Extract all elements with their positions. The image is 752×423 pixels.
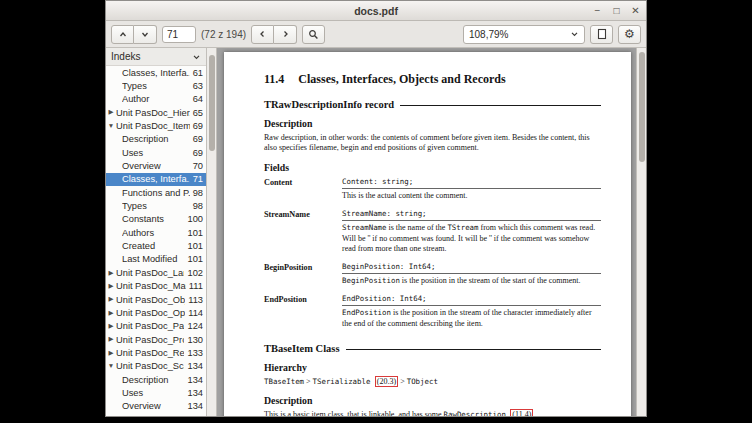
sidebar-item-label: Functions and P... [122, 188, 190, 198]
sidebar-item[interactable]: Types98 [106, 199, 206, 212]
sidebar-item-label: Unit PasDoc_Sca... [116, 361, 184, 371]
zoom-value: 108,79% [469, 29, 570, 40]
member-name: StreamName [264, 209, 342, 257]
sidebar-item[interactable]: Created101 [106, 239, 206, 252]
sidebar-item[interactable]: Overview134 [106, 400, 206, 413]
sidebar-item[interactable]: Constants100 [106, 213, 206, 226]
sidebar-item-page: 124 [187, 321, 203, 331]
text-segment: is the position in the stream of the sta… [400, 276, 581, 285]
sidebar-item-page: 113 [188, 295, 203, 305]
expander-collapsed-icon[interactable]: ▶ [106, 336, 116, 343]
identifier-text: StreamName [342, 223, 387, 232]
close-icon[interactable]: ✕ [629, 4, 642, 17]
expander-collapsed-icon[interactable]: ▶ [106, 270, 116, 277]
expander-collapsed-icon[interactable]: ▶ [106, 296, 116, 303]
document-view[interactable]: 11.4Classes, Interfaces, Objects and Rec… [217, 48, 636, 416]
sidebar-item-page: 102 [187, 268, 203, 278]
member-row: EndPositionEndPosition: Int64;EndPositio… [264, 294, 601, 331]
sidebar-item[interactable]: Classes, Interfa...71 [106, 173, 206, 186]
sidebar-item[interactable]: Types63 [106, 79, 206, 92]
chevron-up-icon [118, 30, 128, 39]
sidebar-item-label: Classes, Interfa... [122, 174, 190, 184]
declaration-line: BeginPosition: Int64; [342, 262, 601, 272]
member-name: EndPosition [264, 294, 342, 331]
sidebar-item[interactable]: ▶Unit PasDoc_Lan...102 [106, 266, 206, 279]
sidebar: Indeks Classes, Interfa...61Types63Autho… [106, 48, 207, 416]
member-paragraph: EndPosition is the position in the strea… [342, 308, 601, 329]
sidebar-item[interactable]: Overview70 [106, 159, 206, 172]
expander-expanded-icon[interactable]: ▼ [106, 363, 116, 370]
sidebar-item-page: 63 [193, 81, 203, 91]
sidebar-item-page: 69 [193, 148, 203, 158]
sidebar-scrollbar-thumb[interactable] [209, 55, 215, 151]
menu-button[interactable]: ⚙ [618, 25, 641, 44]
sidebar-item-label: Types [122, 81, 190, 91]
expander-expanded-icon[interactable]: ▼ [106, 123, 116, 130]
pdf-viewer-window: docs.pdf − □ ✕ (72 z 194) [105, 0, 647, 417]
cross-ref-link[interactable]: (20.3) [375, 376, 398, 387]
toolbar: (72 z 194) 108,79% ⚙ [106, 21, 646, 48]
maximize-icon[interactable]: □ [610, 4, 623, 17]
sidebar-item[interactable]: Classes, Interfa...61 [106, 66, 206, 79]
sidebar-item-page: 114 [188, 308, 203, 318]
page-nav-group [111, 25, 157, 44]
member-paragraph: StreamName is the name of the TStream fr… [342, 223, 601, 254]
sidebar-item[interactable]: Functions and P...98 [106, 186, 206, 199]
sidebar-item[interactable]: Authors101 [106, 226, 206, 239]
expander-collapsed-icon[interactable]: ▶ [106, 109, 116, 116]
sidebar-item-page: 134 [187, 375, 203, 385]
sidebar-item[interactable]: ▼Unit PasDoc_Sca...134 [106, 360, 206, 373]
expander-collapsed-icon[interactable]: ▶ [106, 350, 116, 357]
previous-page-button[interactable] [111, 25, 134, 44]
member-declaration: StreamName: string; [342, 209, 601, 222]
sidebar-item[interactable]: Uses134 [106, 386, 206, 399]
sidebar-item-page: 69 [193, 121, 203, 131]
sidebar-item[interactable]: Description69 [106, 133, 206, 146]
identifier-text: TObject [407, 377, 438, 386]
sidebar-item[interactable]: Uses69 [106, 146, 206, 159]
sidebar-item-label: Unit PasDoc_Parser [116, 321, 184, 331]
sidebar-item-label: Classes, Interfa... [122, 68, 190, 78]
sidebar-item-page: 135 [187, 415, 203, 416]
sidebar-item[interactable]: ▼Unit PasDoc_Items69 [106, 119, 206, 132]
sidebar-item[interactable]: Last Modified101 [106, 253, 206, 266]
sidebar-item[interactable]: ▶Unit PasDoc_Hier...65 [106, 106, 206, 119]
member-declaration: Content: string; [342, 177, 601, 190]
sidebar-item[interactable]: ▶Unit PasDoc_Obj...113 [106, 293, 206, 306]
sidebar-scrollbar[interactable] [207, 48, 217, 416]
sidebar-item[interactable]: Classes, Interfa...135 [106, 413, 206, 416]
titlebar[interactable]: docs.pdf − □ ✕ [106, 1, 646, 21]
expander-collapsed-icon[interactable]: ▶ [106, 310, 116, 317]
history-forward-button[interactable] [274, 25, 297, 44]
expander-collapsed-icon[interactable]: ▶ [106, 323, 116, 330]
page-number-input[interactable] [162, 26, 196, 43]
view-options-button[interactable] [590, 25, 613, 44]
document-scrollbar[interactable] [636, 48, 646, 416]
next-page-button[interactable] [134, 25, 157, 44]
minimize-icon[interactable]: − [591, 4, 604, 17]
sidebar-item-page: 65 [193, 108, 203, 118]
search-button[interactable] [302, 25, 325, 44]
expander-collapsed-icon[interactable]: ▶ [106, 283, 116, 290]
history-back-button[interactable] [251, 25, 274, 44]
text-segment: This is a basic item class, that is link… [264, 410, 444, 416]
sidebar-item[interactable]: ▶Unit PasDoc_Main111 [106, 280, 206, 293]
main-area: Indeks Classes, Interfa...61Types63Autho… [106, 48, 646, 416]
sidebar-item[interactable]: ▶Unit PasDoc_Opti...114 [106, 306, 206, 319]
member-body: BeginPosition: Int64;BeginPosition is th… [342, 262, 601, 289]
sidebar-mode-dropdown[interactable]: Indeks [106, 48, 206, 66]
record-title: TRawDescriptionInfo record [264, 99, 601, 110]
zoom-combobox[interactable]: 108,79% [463, 25, 585, 44]
sidebar-item-label: Types [122, 201, 190, 211]
sidebar-item[interactable]: ▶Unit PasDoc_Parser124 [106, 320, 206, 333]
cross-ref-link[interactable]: (11.4) [510, 409, 533, 416]
sidebar-item[interactable]: Description134 [106, 373, 206, 386]
document-scrollbar-thumb[interactable] [639, 52, 645, 162]
sidebar-item-page: 111 [189, 281, 203, 291]
sidebar-item-label: Description [122, 375, 184, 385]
sidebar-item[interactable]: ▶Unit PasDoc_Reg133 [106, 346, 206, 359]
sidebar-item[interactable]: Author64 [106, 93, 206, 106]
member-name: BeginPosition [264, 262, 342, 289]
sidebar-item-label: Overview [122, 161, 190, 171]
sidebar-item[interactable]: ▶Unit PasDoc_Proc...130 [106, 333, 206, 346]
